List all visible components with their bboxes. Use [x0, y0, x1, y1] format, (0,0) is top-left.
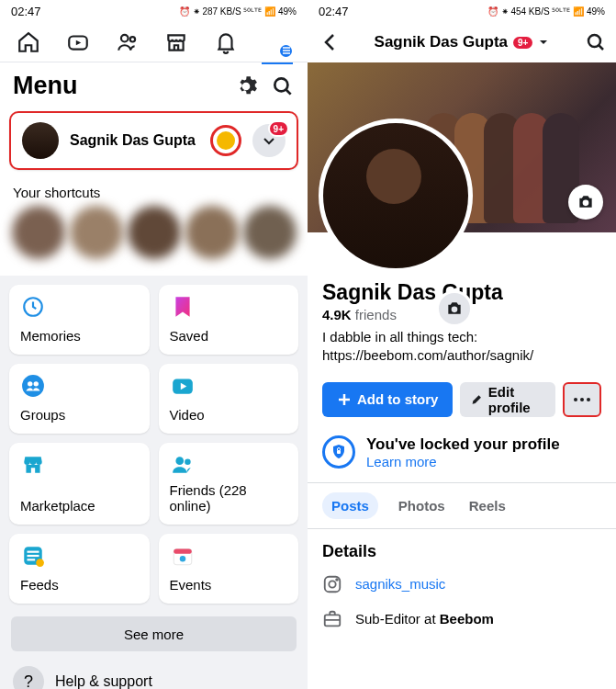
tile-saved[interactable]: Saved — [159, 285, 299, 355]
tile-marketplace[interactable]: Marketplace — [9, 443, 150, 525]
notification-badge: 9+ — [513, 37, 532, 49]
profile-header: Sagnik Das Gupta 9+ — [308, 22, 616, 62]
back-icon[interactable] — [317, 31, 339, 53]
locked-profile-row[interactable]: You've locked your profile Learn more — [308, 430, 616, 483]
settings-icon[interactable] — [234, 74, 258, 98]
tile-label: Memories — [20, 329, 139, 344]
svg-point-20 — [574, 398, 577, 401]
cover-camera-button[interactable] — [568, 185, 603, 220]
notifications-icon[interactable] — [214, 30, 238, 54]
marketplace-icon[interactable] — [164, 30, 188, 54]
search-icon[interactable] — [585, 31, 607, 53]
tile-label: Marketplace — [20, 499, 139, 514]
help-support-row[interactable]: ? Help & support — [0, 659, 308, 689]
briefcase-icon — [322, 609, 342, 629]
tab-reels[interactable]: Reels — [465, 492, 510, 519]
clock-icon — [20, 294, 46, 320]
svg-point-25 — [329, 581, 335, 587]
status-indicators: ⏰ ⁕ 287 KB/S ⁵⁰ᴸᵀᴱ 📶 49% — [179, 6, 297, 17]
tile-video[interactable]: Video — [159, 364, 299, 434]
svg-point-1 — [121, 34, 129, 41]
shortcuts-row[interactable] — [0, 206, 308, 276]
profile-row[interactable]: Sagnik Das Gupta 9+ — [9, 111, 298, 170]
svg-point-22 — [587, 398, 590, 401]
svg-point-7 — [34, 381, 39, 386]
svg-rect-12 — [28, 551, 39, 553]
tile-label: Friends (228 online) — [170, 483, 288, 514]
status-time: 02:47 — [11, 5, 41, 18]
svg-point-21 — [580, 398, 584, 401]
see-more-button[interactable]: See more — [11, 616, 297, 651]
tile-events[interactable]: Events — [159, 534, 299, 604]
tab-posts[interactable]: Posts — [322, 492, 378, 519]
tile-groups[interactable]: Groups — [9, 364, 150, 434]
tile-label: Feeds — [20, 578, 139, 593]
svg-point-15 — [36, 559, 44, 567]
svg-point-2 — [129, 37, 134, 41]
tile-feeds[interactable]: Feeds — [9, 534, 150, 604]
svg-point-18 — [179, 556, 185, 562]
instagram-handle: sagniks_music — [355, 576, 445, 592]
shield-lock-icon — [322, 435, 355, 469]
feeds-icon — [20, 543, 46, 569]
friends-icon[interactable] — [116, 30, 140, 54]
storefront-icon — [20, 452, 46, 478]
svg-point-9 — [175, 457, 184, 465]
video-icon — [170, 373, 196, 399]
help-label: Help & support — [55, 673, 152, 689]
add-to-story-button[interactable]: Add to story — [322, 382, 453, 417]
status-bar: 02:47 ⏰ ⁕ 287 KB/S ⁵⁰ᴸᵀᴱ 📶 49% — [0, 0, 308, 22]
edit-profile-button[interactable]: Edit profile — [460, 382, 555, 417]
status-time: 02:47 — [319, 5, 349, 18]
details-heading: Details — [308, 529, 616, 567]
home-icon[interactable] — [17, 30, 40, 54]
learn-more-link[interactable]: Learn more — [366, 454, 560, 469]
active-indicator — [262, 62, 293, 64]
svg-point-5 — [22, 375, 44, 397]
profile-bio: I dabble in all things tech: https://bee… — [322, 328, 601, 366]
tab-photos[interactable]: Photos — [395, 492, 449, 519]
work-text: Sub-Editor at Beebom — [355, 611, 494, 627]
instagram-icon — [322, 574, 342, 594]
button-label: Edit profile — [488, 384, 544, 415]
video-icon[interactable] — [66, 30, 90, 54]
more-button[interactable] — [563, 382, 601, 417]
friends-icon — [170, 452, 196, 478]
groups-icon — [20, 373, 46, 399]
tile-friends[interactable]: Friends (228 online) — [159, 443, 299, 525]
svg-point-10 — [185, 459, 191, 466]
profile-name: Sagnik Das Gupta — [70, 132, 199, 149]
avatar-camera-button[interactable] — [436, 290, 473, 327]
button-label: Add to story — [357, 391, 438, 407]
svg-rect-13 — [28, 555, 39, 557]
tile-label: Groups — [20, 408, 139, 424]
profile-avatar[interactable] — [319, 119, 473, 273]
avatar — [22, 122, 59, 159]
calendar-icon — [170, 543, 196, 569]
menu-badge-icon — [278, 43, 294, 59]
chevron-down-icon[interactable] — [538, 37, 549, 48]
header-title: Sagnik Das Gupta — [375, 33, 508, 51]
svg-point-26 — [336, 579, 338, 581]
svg-point-6 — [28, 381, 32, 386]
tile-label: Saved — [170, 329, 288, 344]
story-ring-icon[interactable] — [210, 125, 241, 156]
instagram-link-row[interactable]: sagniks_music — [308, 567, 616, 602]
locked-title: You've locked your profile — [366, 435, 560, 454]
work-row[interactable]: Sub-Editor at Beebom — [308, 602, 616, 637]
svg-rect-14 — [28, 559, 36, 560]
tile-label: Video — [170, 408, 288, 424]
top-nav — [0, 22, 308, 62]
bookmark-icon — [170, 294, 196, 320]
menu-tab-avatar[interactable] — [263, 28, 291, 56]
status-indicators: ⏰ ⁕ 454 KB/S ⁵⁰ᴸᵀᴱ 📶 49% — [487, 6, 605, 17]
tile-label: Events — [170, 578, 288, 593]
notification-badge: 9+ — [268, 120, 289, 137]
search-icon[interactable] — [271, 74, 295, 98]
switch-account-button[interactable]: 9+ — [252, 124, 286, 157]
shortcuts-label: Your shortcuts — [0, 174, 308, 206]
svg-rect-23 — [337, 450, 341, 454]
cover-photo[interactable] — [308, 62, 616, 232]
help-icon: ? — [13, 666, 44, 689]
tile-memories[interactable]: Memories — [9, 285, 150, 355]
